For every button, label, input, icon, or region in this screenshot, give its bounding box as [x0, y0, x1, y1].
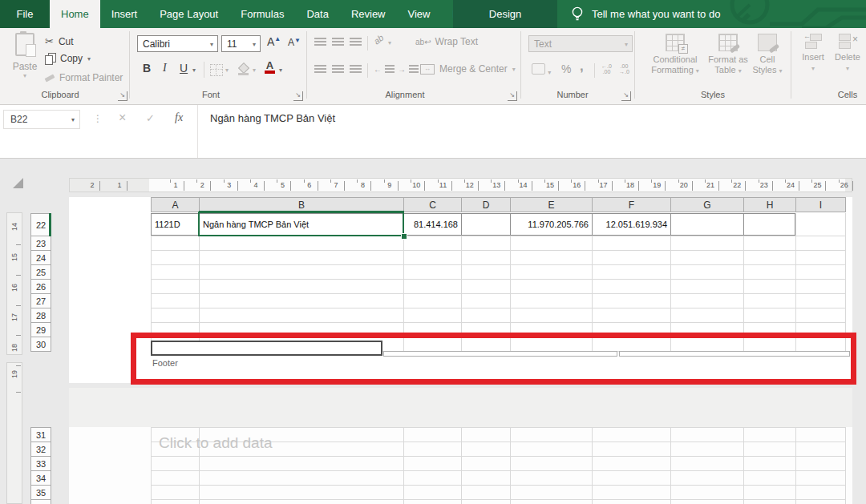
font-color-chevron-icon[interactable]: ▾ — [279, 67, 282, 74]
cut-button[interactable]: ✂ Cut — [45, 35, 74, 47]
row-header-24[interactable]: 24 — [30, 250, 51, 265]
paste-label: Paste — [8, 61, 42, 72]
format-painter-button[interactable]: Format Painter — [45, 72, 123, 83]
name-box[interactable]: B22 ▾ — [3, 110, 80, 129]
increase-decimal-button[interactable]: ←.0.00 — [601, 63, 612, 75]
underline-chevron-icon[interactable]: ▾ — [192, 67, 196, 74]
tell-me-box[interactable]: Tell me what you want to do — [571, 0, 720, 28]
tab-view[interactable]: View — [397, 0, 442, 28]
copy-button[interactable]: Copy ▾ — [45, 53, 91, 64]
grow-font-label: A — [267, 35, 274, 48]
next-page-placeholder[interactable]: Click to add data — [159, 434, 273, 452]
column-header-c[interactable]: C — [403, 197, 462, 212]
font-name-combobox[interactable]: Calibri ▾ — [137, 35, 218, 52]
accounting-format-button[interactable]: ▾ — [532, 63, 551, 77]
row-header-32[interactable]: 32 — [30, 442, 51, 457]
row-header-34[interactable]: 34 — [30, 470, 51, 486]
conditional-formatting-button[interactable]: ≠ ConditionalFormatting ▾ — [645, 34, 705, 76]
row-header-27[interactable]: 27 — [30, 293, 51, 308]
orientation-icon[interactable]: ab — [372, 33, 386, 46]
ruler-tick — [612, 181, 613, 191]
column-header-f[interactable]: F — [592, 197, 671, 212]
formula-input[interactable]: Ngân hàng TMCP Bản Việt — [210, 112, 335, 124]
align-top-icon[interactable] — [314, 38, 326, 46]
column-header-d[interactable]: D — [461, 197, 511, 212]
increase-indent-button[interactable]: → — [398, 65, 419, 74]
row-header-31[interactable]: 31 — [30, 427, 51, 442]
row-header-30[interactable]: 30 — [30, 337, 51, 352]
fill-handle[interactable] — [401, 233, 407, 240]
delete-cells-button[interactable]: × Delete▾ — [831, 34, 864, 74]
row-header-25[interactable]: 25 — [30, 264, 51, 280]
row-header-partial[interactable] — [30, 499, 51, 504]
align-middle-icon[interactable] — [332, 38, 344, 46]
tab-formulas[interactable]: Formulas — [229, 0, 295, 28]
select-all-corner[interactable] — [13, 178, 23, 188]
cell-c22[interactable]: 81.414.168 — [404, 213, 461, 236]
tab-data[interactable]: Data — [295, 0, 339, 28]
italic-button[interactable]: I — [163, 62, 167, 75]
gridline — [845, 213, 846, 351]
formula-bar-splitter[interactable]: ⋮ — [93, 113, 103, 124]
alignment-dialog-launcher[interactable]: ↘ — [508, 91, 517, 101]
paste-button[interactable]: Paste ▾ — [8, 33, 42, 79]
tab-page-layout[interactable]: Page Layout — [148, 0, 229, 28]
font-color-button[interactable]: A — [265, 61, 275, 74]
selected-cell-outline[interactable] — [198, 212, 404, 236]
row-header-33[interactable]: 33 — [30, 456, 51, 471]
ruler-tick — [558, 181, 559, 191]
ruler-tick — [438, 179, 439, 183]
merge-center-button[interactable]: ↔ Merge & Center ▾ — [420, 63, 516, 75]
tab-home[interactable]: Home — [50, 0, 100, 28]
column-header-i[interactable]: I — [795, 197, 846, 212]
underline-button[interactable]: U — [180, 62, 188, 75]
gridline — [151, 250, 845, 251]
font-dialog-launcher[interactable]: ↘ — [293, 91, 303, 101]
cell-f22[interactable]: 12.051.619.934 — [593, 213, 670, 236]
align-right-icon[interactable] — [350, 65, 362, 73]
row-header-26[interactable]: 26 — [30, 279, 51, 294]
percent-style-button[interactable]: % — [561, 62, 571, 75]
bold-button[interactable]: B — [143, 62, 151, 75]
grow-font-button[interactable]: A▲ — [267, 35, 281, 48]
cell-e22[interactable]: 11.970.205.766 — [511, 213, 592, 236]
name-box-chevron-icon[interactable]: ▾ — [71, 116, 75, 123]
tab-review[interactable]: Review — [340, 0, 397, 28]
vertical-ruler-page2[interactable] — [6, 362, 22, 504]
gridline — [151, 279, 845, 280]
font-size-combobox[interactable]: 11 ▾ — [221, 35, 261, 52]
clipboard-dialog-launcher[interactable]: ↘ — [118, 91, 127, 101]
wrap-text-icon: ab↩ — [415, 38, 431, 46]
format-as-table-button[interactable]: Format asTable ▾ — [702, 34, 754, 76]
tab-file[interactable]: File — [0, 0, 50, 28]
cell-a22[interactable]: 1121D — [152, 213, 199, 236]
cell-styles-button[interactable]: CellStyles ▾ — [747, 34, 787, 76]
tab-design-contextual[interactable]: Design — [453, 0, 557, 28]
shrink-font-button[interactable]: A▼ — [288, 37, 301, 48]
row-header-35[interactable]: 35 — [30, 485, 51, 500]
insert-function-icon[interactable]: fx — [175, 111, 183, 124]
align-center-icon[interactable] — [332, 65, 344, 73]
worksheet-area: Footer Click to add data 211234567891011… — [0, 159, 866, 504]
column-header-a[interactable]: A — [151, 197, 200, 212]
number-group-label: Number — [536, 90, 609, 99]
wrap-text-button[interactable]: ab↩ Wrap Text — [415, 36, 478, 47]
decrease-decimal-button[interactable]: .00→.0 — [619, 63, 629, 75]
fill-color-button[interactable] — [237, 63, 250, 74]
number-format-combobox[interactable]: Text ▾ — [528, 35, 633, 52]
insert-cells-button[interactable]: ← Insert▾ — [797, 34, 829, 74]
decrease-indent-button[interactable]: ← — [374, 65, 395, 74]
delete-cells-icon: × — [839, 34, 856, 48]
column-header-g[interactable]: G — [670, 197, 744, 212]
number-dialog-launcher[interactable]: ↘ — [621, 91, 631, 101]
comma-style-button[interactable]: , — [580, 58, 584, 75]
column-header-h[interactable]: H — [743, 197, 796, 212]
tab-insert[interactable]: Insert — [100, 0, 149, 28]
borders-button[interactable] — [210, 64, 223, 76]
row-header-28[interactable]: 28 — [30, 308, 51, 323]
row-header-29[interactable]: 29 — [30, 322, 51, 337]
row-header-23[interactable]: 23 — [30, 236, 51, 251]
column-header-e[interactable]: E — [510, 197, 593, 212]
align-left-icon[interactable] — [314, 65, 326, 73]
align-bottom-icon[interactable] — [350, 38, 362, 46]
